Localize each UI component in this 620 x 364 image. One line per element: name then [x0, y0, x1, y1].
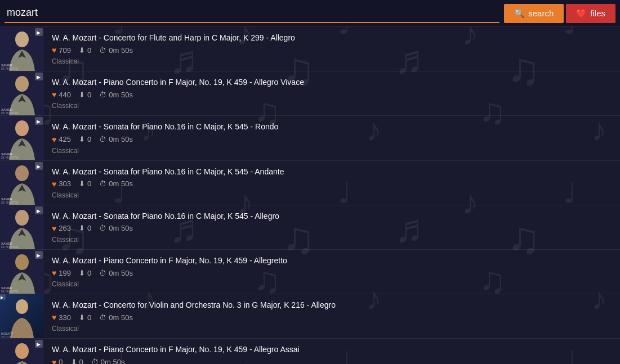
track-item[interactable]: ▶ XAVIER DE MAISTRE W. A. Mozart - Sonat… — [0, 161, 620, 205]
svg-point-1 — [15, 32, 29, 47]
track-thumbnail: ▶ XAVIER DE MAISTRE — [0, 205, 44, 249]
likes-count: ♥ 263 — [52, 224, 71, 233]
heart-icon: ♥ — [52, 224, 56, 233]
track-genre: Classical — [52, 325, 612, 332]
track-item[interactable]: ▶ XAVIER DE MAISTRE W. A. Mozart - Piano… — [0, 71, 620, 116]
svg-point-13 — [15, 120, 29, 136]
likes-value: 303 — [59, 179, 71, 188]
track-meta: ♥ 425 ⬇ 0 ⏱ 0m 50s — [52, 135, 612, 144]
track-thumbnail: ▶ XAVIER DE MAISTRE — [0, 71, 44, 115]
track-meta: ♥ 263 ⬇ 0 ⏱ 0m 50s — [52, 224, 612, 233]
track-title: W. A. Mozart - Piano Concerto in F Major… — [52, 77, 612, 87]
svg-text:DE MAISTRE: DE MAISTRE — [1, 290, 19, 293]
duration-count: ⏱ 0m 50s — [91, 358, 125, 364]
track-item[interactable]: ▶ XAVIER DE MAISTRE W. A. Mozart - Piano… — [0, 339, 620, 364]
track-meta: ♥ 199 ⬇ 0 ⏱ 0m 50s — [52, 268, 612, 277]
track-info: W. A. Mozart - Concerto for Flute and Ha… — [44, 27, 620, 71]
downloads-value: 0 — [79, 358, 83, 364]
likes-count: ♥ 330 — [52, 313, 71, 322]
download-icon: ⬇ — [71, 358, 77, 364]
svg-text:▶: ▶ — [37, 164, 41, 169]
svg-text:DE MAISTRE: DE MAISTRE — [1, 156, 19, 159]
track-title: W. A. Mozart - Concerto for Flute and Ha… — [52, 33, 612, 43]
likes-count: ♥ 199 — [52, 268, 71, 277]
download-icon: ⬇ — [79, 269, 85, 277]
duration-count: ⏱ 0m 50s — [99, 46, 133, 55]
download-icon: ⬇ — [79, 224, 85, 232]
track-item[interactable]: ▶ MOZART BAYCHEV W. A. Mozart - Concerto… — [0, 294, 620, 339]
svg-text:DE MAISTRE: DE MAISTRE — [1, 245, 19, 248]
downloads-value: 0 — [87, 46, 91, 55]
track-genre: Classical — [52, 147, 612, 155]
duration-value: 0m 50s — [109, 91, 133, 99]
download-icon: ⬇ — [79, 135, 85, 143]
duration-count: ⏱ 0m 50s — [99, 91, 133, 99]
track-thumbnail: ▶ XAVIER DE MAISTRE — [0, 250, 44, 294]
svg-text:▶: ▶ — [37, 341, 41, 347]
downloads-value: 0 — [87, 135, 91, 143]
search-button[interactable]: 🔍 search — [504, 4, 564, 23]
downloads-value: 0 — [87, 224, 91, 232]
downloads-count: ⬇ 0 — [79, 313, 91, 322]
search-input[interactable] — [5, 3, 499, 23]
duration-value: 0m 50s — [109, 179, 133, 188]
track-item[interactable]: ▶ XAVIER DE MAISTRE W. A. Mozart - Conce… — [0, 27, 620, 71]
likes-count: ♥ 440 — [52, 90, 71, 99]
clock-icon: ⏱ — [99, 313, 106, 322]
duration-count: ⏱ 0m 50s — [99, 269, 133, 277]
duration-value: 0m 50s — [109, 46, 133, 55]
track-meta: ♥ 0 ⬇ 0 ⏱ 0m 50s — [52, 358, 612, 365]
downloads-count: ⬇ 0 — [79, 46, 91, 55]
track-item[interactable]: ▶ XAVIER DE MAISTRE W. A. Mozart - Sonat… — [0, 116, 620, 160]
heart-icon: ♥ — [52, 135, 56, 144]
svg-text:DE MAISTRE: DE MAISTRE — [1, 200, 19, 204]
track-title: W. A. Mozart - Sonata for Piano No.16 in… — [52, 167, 612, 177]
track-item[interactable]: ▶ XAVIER DE MAISTRE W. A. Mozart - Piano… — [0, 250, 620, 294]
header: 🔍 search ❤️ files — [0, 0, 620, 27]
likes-count: ♥ 0 — [52, 358, 63, 365]
likes-value: 0 — [59, 358, 63, 364]
track-title: W. A. Mozart - Sonata for Piano No.16 in… — [52, 211, 612, 221]
track-genre: Classical — [52, 280, 612, 288]
duration-value: 0m 50s — [109, 224, 133, 232]
track-genre: Classical — [52, 57, 612, 65]
heart-icon: ♥ — [52, 313, 56, 322]
downloads-value: 0 — [87, 179, 91, 188]
downloads-count: ⬇ 0 — [71, 358, 83, 364]
download-icon: ⬇ — [79, 179, 85, 188]
track-title: W. A. Mozart - Piano Concerto in F Major… — [52, 344, 612, 354]
files-label: files — [590, 8, 605, 18]
track-meta: ♥ 303 ⬇ 0 ⏱ 0m 50s — [52, 179, 612, 188]
svg-point-7 — [15, 76, 29, 92]
svg-text:▶: ▶ — [37, 119, 41, 124]
likes-value: 330 — [59, 313, 71, 322]
svg-text:▶: ▶ — [37, 30, 41, 35]
svg-point-44 — [15, 343, 29, 359]
likes-value: 199 — [59, 269, 71, 277]
track-info: W. A. Mozart - Sonata for Piano No.16 in… — [44, 161, 620, 205]
files-button[interactable]: ❤️ files — [566, 4, 615, 23]
svg-text:DE MAISTRE: DE MAISTRE — [1, 67, 19, 70]
svg-text:▶: ▶ — [37, 74, 41, 80]
track-meta: ♥ 709 ⬇ 0 ⏱ 0m 50s — [52, 46, 612, 55]
clock-icon: ⏱ — [99, 91, 106, 99]
heart-icon: ♥ — [52, 179, 56, 188]
track-thumbnail: ▶ XAVIER DE MAISTRE — [0, 116, 44, 160]
track-info: W. A. Mozart - Concerto for Violin and O… — [44, 294, 620, 338]
files-icon: ❤️ — [576, 8, 587, 19]
duration-value: 0m 50s — [109, 135, 133, 143]
downloads-count: ⬇ 0 — [79, 269, 91, 277]
heart-icon: ♥ — [52, 46, 56, 55]
svg-text:DE MAISTRE: DE MAISTRE — [1, 111, 19, 115]
track-meta: ♥ 440 ⬇ 0 ⏱ 0m 50s — [52, 90, 612, 99]
svg-point-19 — [15, 165, 29, 181]
duration-count: ⏱ 0m 50s — [99, 224, 133, 232]
search-label: search — [528, 8, 554, 18]
track-thumbnail: ▶ XAVIER DE MAISTRE — [0, 27, 44, 71]
svg-point-31 — [15, 254, 29, 270]
track-item[interactable]: ▶ XAVIER DE MAISTRE W. A. Mozart - Sonat… — [0, 205, 620, 250]
svg-point-38 — [16, 299, 28, 314]
clock-icon: ⏱ — [99, 224, 106, 232]
heart-icon: ♥ — [52, 90, 56, 99]
download-icon: ⬇ — [79, 46, 85, 55]
